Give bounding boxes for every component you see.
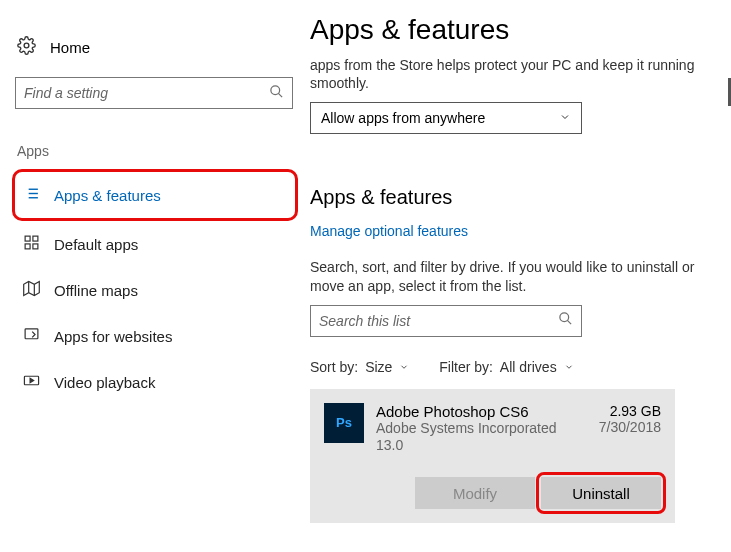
app-icon-photoshop: Ps	[324, 403, 364, 443]
default-apps-icon	[23, 234, 40, 254]
uninstall-button[interactable]: Uninstall	[541, 477, 661, 509]
sidebar-item-label: Apps for websites	[54, 328, 172, 345]
gear-icon	[17, 36, 36, 59]
app-row-selected[interactable]: Ps Adobe Photoshop CS6 Adobe Systems Inc…	[310, 389, 675, 524]
app-date: 7/30/2018	[599, 419, 661, 435]
sidebar-item-label: Offline maps	[54, 282, 138, 299]
app-name: Adobe Photoshop CS6	[376, 403, 599, 420]
search-list-box[interactable]	[310, 305, 582, 337]
manage-optional-features-link[interactable]: Manage optional features	[310, 223, 468, 239]
apps-websites-icon	[23, 326, 40, 346]
svg-marker-13	[24, 281, 40, 295]
home-button[interactable]: Home	[15, 28, 295, 77]
install-apps-desc: apps from the Store helps protect your P…	[310, 56, 709, 92]
svg-rect-16	[25, 329, 38, 339]
install-apps-dropdown[interactable]: Allow apps from anywhere	[310, 102, 582, 134]
svg-rect-9	[25, 236, 30, 241]
svg-marker-18	[30, 378, 34, 382]
sort-filter-row: Sort by: Size Filter by: All drives	[310, 359, 709, 375]
highlight-apps-features: Apps & features	[12, 169, 298, 221]
settings-search-input[interactable]	[24, 85, 269, 101]
sidebar-item-label: Video playback	[54, 374, 155, 391]
settings-search[interactable]	[15, 77, 293, 109]
svg-rect-11	[25, 244, 30, 249]
sidebar-item-apps-for-websites[interactable]: Apps for websites	[15, 313, 295, 359]
list-icon	[23, 185, 40, 205]
dropdown-value: Allow apps from anywhere	[321, 110, 485, 126]
sort-label: Sort by:	[310, 359, 358, 375]
sidebar-item-default-apps[interactable]: Default apps	[15, 221, 295, 267]
app-size: 2.93 GB	[599, 403, 661, 419]
svg-point-0	[24, 43, 29, 48]
svg-rect-12	[33, 244, 38, 249]
search-icon	[269, 84, 284, 103]
list-desc: Search, sort, and filter by drive. If yo…	[310, 258, 709, 294]
page-title: Apps & features	[310, 14, 709, 46]
sidebar-item-video-playback[interactable]: Video playback	[15, 359, 295, 405]
sidebar-item-label: Apps & features	[54, 187, 161, 204]
app-publisher: Adobe Systems Incorporated	[376, 420, 599, 437]
map-icon	[23, 280, 40, 300]
home-label: Home	[50, 39, 90, 56]
video-icon	[23, 372, 40, 392]
modify-button: Modify	[415, 477, 535, 509]
sidebar-item-apps-features[interactable]: Apps & features	[15, 172, 295, 218]
section-heading: Apps & features	[310, 186, 709, 209]
sidebar-section-label: Apps	[17, 143, 295, 159]
chevron-down-icon	[559, 110, 571, 126]
filter-label: Filter by:	[439, 359, 493, 375]
search-list-input[interactable]	[319, 313, 558, 329]
svg-rect-10	[33, 236, 38, 241]
sort-value: Size	[365, 359, 392, 375]
svg-line-2	[278, 93, 282, 97]
sidebar: Home Apps Apps & features Default apps O…	[0, 0, 310, 552]
sidebar-item-label: Default apps	[54, 236, 138, 253]
main-content: Apps & features apps from the Store help…	[310, 0, 731, 552]
svg-line-20	[567, 321, 571, 325]
svg-point-19	[560, 313, 569, 322]
search-icon	[558, 311, 573, 330]
chevron-down-icon	[561, 359, 574, 375]
highlight-uninstall: Uninstall	[536, 472, 666, 514]
chevron-down-icon	[396, 359, 409, 375]
svg-point-1	[271, 85, 280, 94]
sidebar-item-offline-maps[interactable]: Offline maps	[15, 267, 295, 313]
sort-by-control[interactable]: Sort by: Size	[310, 359, 409, 375]
filter-by-control[interactable]: Filter by: All drives	[439, 359, 573, 375]
filter-value: All drives	[500, 359, 557, 375]
app-version: 13.0	[376, 437, 599, 454]
